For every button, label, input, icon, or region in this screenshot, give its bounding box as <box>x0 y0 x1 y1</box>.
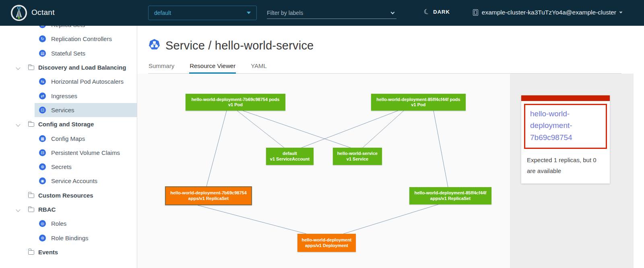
chevron-down-icon <box>391 10 395 14</box>
resource-viewer-graph: hello-world-deployment-7b69c98754 podsv1… <box>137 74 510 268</box>
sidebar-item-persistent-volume-claims[interactable]: ⊟Persistent Volume Claims <box>0 146 137 160</box>
sidebar-item-services[interactable]: ⊡Services <box>0 103 137 117</box>
sidebar-item-label: Discovery and Load Balancing <box>38 64 126 71</box>
node-kind-label: apps/v1 Deployment <box>298 243 355 249</box>
service-icon <box>148 39 161 53</box>
cluster-icon <box>473 9 478 16</box>
status-card-alert-box: hello-world-deployment-7b69c98754 <box>524 104 607 149</box>
secrets-icon: ⊛ <box>39 163 46 170</box>
namespace-select-value: default <box>154 10 171 16</box>
tab-resource-viewer[interactable]: Resource Viewer <box>189 62 236 73</box>
roles-icon: ◎ <box>39 220 46 227</box>
sidebar-item-label: Horizontal Pod Autoscalers <box>51 78 124 85</box>
sidebar-item-label: RBAC <box>38 206 56 213</box>
graph-node-pod-7b69[interactable]: hello-world-deployment-7b69c98754 podsv1… <box>186 94 285 111</box>
sidebar-item-stateful-sets[interactable]: ▤Stateful Sets <box>0 46 137 60</box>
graph-node-pod-85ff[interactable]: hello-world-deployment-85ff4cf44f podsv1… <box>371 94 466 111</box>
folder-icon <box>28 66 34 70</box>
page-title-row: Service / hello-world-service <box>148 39 314 53</box>
chevron-down-icon[interactable] <box>16 65 20 70</box>
octant-logo-icon[interactable] <box>10 4 27 21</box>
folder-icon <box>28 208 34 212</box>
graph-node-service-hello-world[interactable]: hello-world-servicev1 Service <box>333 148 382 165</box>
namespace-select[interactable]: default <box>148 6 257 20</box>
sidebar-item-replica-sets[interactable]: ⊞Replica Sets <box>0 26 137 32</box>
cluster-context-menu[interactable]: example-cluster-ka3TuTzYo4a@example-clus… <box>473 9 622 16</box>
tab-yaml[interactable]: YAML <box>250 62 267 73</box>
stateful-sets-icon: ▤ <box>39 50 46 57</box>
sidebar-item-service-accounts[interactable]: ◉Service Accounts <box>0 174 137 188</box>
edge-replicaset-7b69-to-deployment-hello-world <box>198 205 306 234</box>
app-header: Octant default Filter by labels ☾ DARK e… <box>0 0 644 26</box>
node-label: default <box>267 151 313 157</box>
sidebar-item-label: Config and Storage <box>38 121 94 128</box>
chevron-down-icon[interactable] <box>16 122 20 126</box>
node-label: hello-world-deployment-85ff4cf44f pods <box>372 97 465 103</box>
sidebar-item-roles[interactable]: ◎Roles <box>0 216 137 231</box>
node-kind-label: apps/v1 ReplicaSet <box>167 196 250 202</box>
folder-icon <box>28 122 34 127</box>
horizontal-pod-autoscalers-icon: ⇆ <box>39 78 46 85</box>
sidebar-item-label: Secrets <box>51 163 72 170</box>
node-kind-label: v1 Service <box>334 157 381 162</box>
graph-node-replicaset-7b69[interactable]: hello-world-deployment-7b69c98754apps/v1… <box>165 186 252 205</box>
sidebar-item-discovery-and-load-balancing[interactable]: Discovery and Load Balancing <box>0 60 137 74</box>
service-accounts-icon: ◉ <box>39 177 46 184</box>
edge-pod-7b69-to-service-hello-world <box>243 111 351 148</box>
sidebar-item-label: Persistent Volume Claims <box>51 149 120 156</box>
sidebar-item-custom-resources[interactable]: Custom Resources <box>0 188 137 202</box>
replication-controllers-icon: ↻ <box>39 35 46 42</box>
sidebar-item-config-maps[interactable]: ▦Config Maps <box>0 131 137 145</box>
sidebar-item-events[interactable]: Events <box>0 245 137 259</box>
sidebar-item-ingresses[interactable]: ⇄Ingresses <box>0 89 137 103</box>
status-bar-red <box>521 95 610 101</box>
node-label: hello-world-service <box>334 151 381 157</box>
sidebar-item-label: Ingresses <box>51 93 77 99</box>
node-label: hello-world-deployment-7b69c98754 <box>167 190 250 196</box>
services-icon: ⊡ <box>39 107 46 113</box>
chevron-down-icon[interactable] <box>16 207 20 212</box>
sidebar-item-label: Replica Sets <box>51 26 85 28</box>
graph-node-deployment-hello-world[interactable]: hello-world-deploymentapps/v1 Deployment <box>297 234 356 252</box>
status-card: hello-world-deployment-7b69c98754 Expect… <box>521 95 610 183</box>
sidebar-item-label: Role Bindings <box>51 235 89 241</box>
sidebar-item-rbac[interactable]: RBAC <box>0 202 137 216</box>
sidebar-nav: ⊞Replica Sets↻Replication Controllers▤St… <box>0 26 137 268</box>
sidebar-item-label: Events <box>38 249 58 256</box>
node-label: hello-world-deployment-85ff4cf44f <box>410 190 491 196</box>
sidebar-item-config-and-storage[interactable]: Config and Storage <box>0 117 137 131</box>
sidebar-item-label: Services <box>51 107 74 113</box>
sidebar-item-label: Stateful Sets <box>51 50 85 57</box>
tab-bar: SummaryResource ViewerYAML <box>148 62 621 74</box>
cluster-context-label: example-cluster-ka3TuTzYo4a@example-clus… <box>482 9 616 16</box>
config-maps-icon: ▦ <box>39 135 46 142</box>
sidebar-item-label: Config Maps <box>51 135 85 142</box>
sidebar-item-label: Replication Controllers <box>51 35 112 42</box>
sidebar-item-replication-controllers[interactable]: ↻Replication Controllers <box>0 32 137 46</box>
node-label: hello-world-deployment <box>298 237 355 243</box>
role-bindings-icon: ⊜ <box>39 235 46 241</box>
sidebar-item-horizontal-pod-autoscalers[interactable]: ⇆Horizontal Pod Autoscalers <box>0 74 137 89</box>
moon-icon: ☾ <box>423 8 431 16</box>
status-card-title-link[interactable]: hello-world-deployment-7b69c98754 <box>530 108 601 143</box>
edge-pod-7b69-to-replicaset-7b69 <box>206 111 227 186</box>
sidebar-item-secrets[interactable]: ⊛Secrets <box>0 160 137 174</box>
detail-panel: hello-world-deployment-7b69c98754 Expect… <box>510 74 634 268</box>
edge-replicaset-85ff-to-deployment-hello-world <box>343 204 438 234</box>
main-content: Service / hello-world-service SummaryRes… <box>137 26 644 268</box>
graph-node-serviceaccount-default[interactable]: defaultv1 ServiceAccount <box>266 148 314 165</box>
edge-pod-85ff-to-replicaset-85ff <box>433 111 448 187</box>
caret-down-icon <box>247 12 251 14</box>
edge-pod-85ff-to-serviceaccount-default <box>301 111 398 148</box>
theme-toggle-button[interactable]: ☾ DARK <box>424 8 450 15</box>
filter-labels-input[interactable]: Filter by labels <box>267 7 396 19</box>
tab-summary[interactable]: Summary <box>148 62 175 73</box>
graph-node-replicaset-85ff[interactable]: hello-world-deployment-85ff4cf44fapps/v1… <box>409 187 491 204</box>
node-kind-label: apps/v1 ReplicaSet <box>410 196 491 202</box>
theme-toggle-label: DARK <box>433 9 450 15</box>
app-title: Octant <box>31 8 55 17</box>
node-kind-label: v1 Pod <box>372 102 465 108</box>
sidebar-item-role-bindings[interactable]: ⊜Role Bindings <box>0 231 137 245</box>
node-kind-label: v1 Pod <box>186 102 285 108</box>
filter-placeholder: Filter by labels <box>267 10 303 16</box>
